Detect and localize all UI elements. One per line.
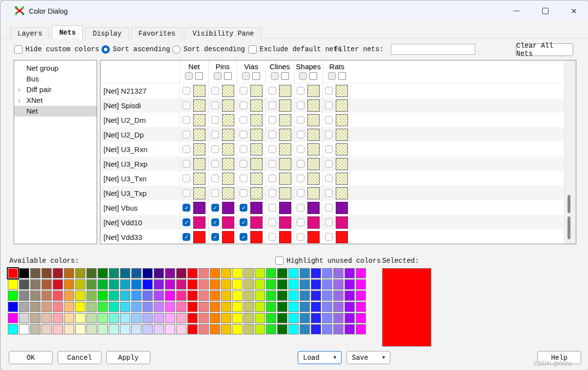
net-visibility-checkbox[interactable] <box>325 175 333 182</box>
net-visibility-checkbox[interactable] <box>182 233 190 241</box>
palette-swatch[interactable] <box>154 313 164 323</box>
palette-swatch[interactable] <box>345 279 355 290</box>
net-color-swatch[interactable] <box>336 143 348 156</box>
net-visibility-checkbox[interactable] <box>182 160 190 168</box>
palette-swatch[interactable] <box>300 313 310 323</box>
palette-swatch[interactable] <box>288 279 299 290</box>
palette-swatch[interactable] <box>8 313 18 323</box>
ok-button[interactable]: OK <box>9 351 53 364</box>
net-color-swatch[interactable] <box>307 202 320 214</box>
palette-swatch[interactable] <box>243 324 254 334</box>
net-color-swatch[interactable] <box>307 216 320 229</box>
net-visibility-checkbox[interactable] <box>211 131 219 138</box>
palette-swatch[interactable] <box>333 279 344 290</box>
net-color-swatch[interactable] <box>307 143 320 156</box>
palette-swatch[interactable] <box>109 302 119 312</box>
palette-swatch[interactable] <box>86 302 97 312</box>
save-button[interactable]: Save▼ <box>346 351 390 364</box>
net-visibility-checkbox[interactable] <box>240 160 247 168</box>
palette-swatch[interactable] <box>75 302 85 312</box>
net-color-swatch[interactable] <box>336 231 348 243</box>
palette-swatch[interactable] <box>142 268 153 278</box>
palette-swatch[interactable] <box>75 279 85 290</box>
palette-swatch[interactable] <box>288 268 299 278</box>
net-color-swatch[interactable] <box>222 216 234 229</box>
palette-swatch[interactable] <box>19 324 29 334</box>
net-color-swatch[interactable] <box>336 129 348 141</box>
palette-swatch[interactable] <box>120 324 130 334</box>
chevron-down-icon[interactable]: ▼ <box>334 355 336 360</box>
net-color-swatch[interactable] <box>336 158 348 170</box>
net-color-swatch[interactable] <box>193 114 205 126</box>
palette-swatch[interactable] <box>232 302 243 312</box>
tree-item-net[interactable]: Net <box>14 106 97 117</box>
palette-swatch[interactable] <box>199 279 209 290</box>
palette-swatch[interactable] <box>322 291 332 301</box>
net-color-swatch[interactable] <box>250 85 263 97</box>
palette-swatch[interactable] <box>165 268 175 278</box>
net-color-swatch[interactable] <box>193 187 205 199</box>
net-visibility-checkbox[interactable] <box>268 233 276 241</box>
net-color-swatch[interactable] <box>307 231 320 243</box>
net-color-swatch[interactable] <box>279 114 291 126</box>
net-color-swatch[interactable] <box>336 114 348 126</box>
palette-swatch[interactable] <box>176 291 186 301</box>
palette-swatch[interactable] <box>30 324 41 334</box>
palette-swatch[interactable] <box>154 324 164 334</box>
net-color-swatch[interactable] <box>279 129 291 141</box>
palette-swatch[interactable] <box>19 313 29 323</box>
net-color-swatch[interactable] <box>279 216 291 229</box>
tree-item-xnet[interactable]: ›XNet <box>14 95 97 106</box>
net-visibility-checkbox[interactable] <box>297 87 304 95</box>
palette-swatch[interactable] <box>300 302 310 312</box>
net-visibility-checkbox[interactable] <box>268 189 276 197</box>
palette-swatch[interactable] <box>300 268 310 278</box>
net-color-swatch[interactable] <box>279 231 291 243</box>
palette-swatch[interactable] <box>333 302 344 312</box>
net-visibility-checkbox[interactable] <box>268 101 276 109</box>
palette-swatch[interactable] <box>75 268 85 278</box>
palette-swatch[interactable] <box>210 268 220 278</box>
palette-swatch[interactable] <box>232 324 243 334</box>
table-scrollbar[interactable] <box>564 60 576 244</box>
palette-swatch[interactable] <box>243 268 254 278</box>
palette-swatch[interactable] <box>120 302 130 312</box>
net-color-swatch[interactable] <box>250 231 263 243</box>
palette-swatch[interactable] <box>30 302 41 312</box>
tree-item-net-group[interactable]: Net group <box>14 63 97 74</box>
palette-swatch[interactable] <box>277 324 287 334</box>
palette-swatch[interactable] <box>322 313 332 323</box>
net-color-swatch[interactable] <box>279 99 291 112</box>
column-master-checkbox[interactable] <box>185 72 193 80</box>
table-row[interactable]: [Net] N21327 <box>101 83 576 98</box>
tab-favorites[interactable]: Favorites <box>131 27 183 39</box>
net-visibility-checkbox[interactable] <box>325 145 333 153</box>
palette-swatch[interactable] <box>86 279 97 290</box>
palette-swatch[interactable] <box>210 279 220 290</box>
palette-swatch[interactable] <box>345 313 355 323</box>
net-color-swatch[interactable] <box>279 202 291 214</box>
close-button[interactable]: ✕ <box>563 3 585 19</box>
net-visibility-checkbox[interactable] <box>325 131 333 138</box>
palette-swatch[interactable] <box>86 324 97 334</box>
net-color-swatch[interactable] <box>250 158 263 170</box>
net-visibility-checkbox[interactable] <box>211 101 219 109</box>
net-visibility-checkbox[interactable] <box>211 218 219 226</box>
table-row[interactable]: [Net] Spisdi <box>101 98 576 113</box>
palette-swatch[interactable] <box>232 279 243 290</box>
palette-swatch[interactable] <box>154 279 164 290</box>
palette-swatch[interactable] <box>41 291 52 301</box>
palette-swatch[interactable] <box>333 268 344 278</box>
net-color-swatch[interactable] <box>222 99 234 112</box>
net-visibility-checkbox[interactable] <box>240 218 247 226</box>
palette-swatch[interactable] <box>255 324 265 334</box>
net-visibility-checkbox[interactable] <box>297 160 304 168</box>
palette-swatch[interactable] <box>64 279 74 290</box>
palette-swatch[interactable] <box>277 291 287 301</box>
net-color-swatch[interactable] <box>250 114 263 126</box>
palette-swatch[interactable] <box>210 313 220 323</box>
tree-item-diff-pair[interactable]: ›Diff pair <box>14 84 97 95</box>
net-color-swatch[interactable] <box>222 173 234 185</box>
table-row[interactable]: [Net] U3_Txn <box>101 171 576 186</box>
net-visibility-checkbox[interactable] <box>297 189 304 197</box>
